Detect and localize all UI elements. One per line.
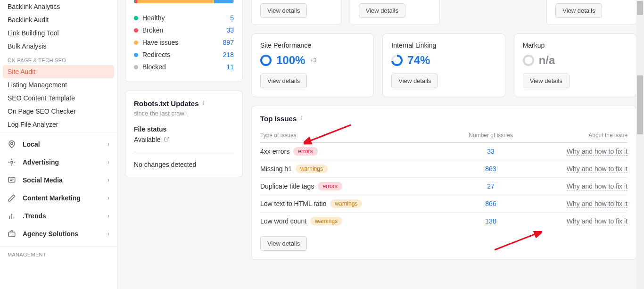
robots-title: Robots.txt Updates [134,99,199,107]
sidebar-item-on-page-seo-checker[interactable]: On Page SEO Checker [0,105,117,118]
sidebar-cat-label: Local [23,140,40,148]
sidebar: Backlink Analytics Backlink Audit Link B… [0,0,117,289]
bar-segment [137,0,214,3]
chevron-right-icon: › [108,177,109,183]
ring-icon [523,55,534,66]
briefcase-icon [8,230,16,238]
view-details-button[interactable]: View details [260,236,307,251]
metric-card-markup: Markup n/a View details [514,33,636,97]
issue-tag: warnings [330,199,362,208]
view-details-button[interactable]: View details [523,74,570,88]
issue-count[interactable]: 138 [485,217,496,225]
legend-value[interactable]: 33 [226,26,234,34]
th-num: Number of issues [448,132,533,139]
issue-count[interactable]: 33 [487,148,495,155]
issue-name: Duplicate title tags [260,182,314,190]
why-link[interactable]: Why and how to fix it [567,200,627,208]
metric-title: Internal Linking [391,41,496,49]
legend-row: Redirects218 [134,49,234,61]
legend-value[interactable]: 11 [226,63,234,71]
legend-value[interactable]: 218 [223,51,234,58]
issue-name: Missing h1 [260,165,292,173]
metric-value: 100% [276,54,305,67]
issue-count[interactable]: 27 [487,182,495,190]
sidebar-cat-agency-solutions[interactable]: Agency Solutions › [0,225,117,243]
metric-card-internal-linking: Internal Linking 74% View details [382,33,505,97]
bar-segment [233,0,234,3]
svg-rect-12 [8,232,15,237]
metric-card-site-performance: Site Performance 100% +3 View details [251,33,374,97]
sidebar-cat-social-media[interactable]: Social Media › [0,171,117,189]
why-link[interactable]: Why and how to fix it [567,182,627,190]
ring-icon [391,55,403,66]
table-row: Low word countwarnings 138 Why and how t… [260,213,627,230]
mini-card: View details [251,0,341,25]
health-bar-chart [134,0,234,3]
issue-tag: errors [293,147,317,156]
info-icon[interactable]: i [300,115,302,122]
scrollbar[interactable] [636,0,644,289]
table-row: Low text to HTML ratiowarnings 866 Why a… [260,195,627,213]
info-icon[interactable]: i [203,100,204,107]
view-details-button[interactable]: View details [391,74,438,88]
scroll-thumb[interactable] [637,1,643,15]
sidebar-item-backlink-audit[interactable]: Backlink Audit [0,13,117,26]
external-link-icon[interactable] [164,136,169,143]
sidebar-cat-local[interactable]: Local › [0,135,117,153]
issue-count[interactable]: 866 [485,200,496,207]
sidebar-item-link-building-tool[interactable]: Link Building Tool [0,26,117,40]
health-card: Healthy5Broken33Have issues897Redirects2… [125,0,243,82]
sidebar-cat-content-marketing[interactable]: Content Marketing › [0,189,117,207]
sidebar-item-seo-content-template[interactable]: SEO Content Template [0,91,117,105]
legend-row: Healthy5 [134,12,234,24]
nochanges-text: No changes detected [134,161,234,168]
table-header: Type of issues Number of issues About th… [260,126,627,143]
sidebar-item-listing-management[interactable]: Listing Management [0,78,117,91]
sidebar-cat-advertising[interactable]: Advertising › [0,153,117,171]
sidebar-item-bulk-analysis[interactable]: Bulk Analysis [0,40,117,53]
chevron-right-icon: › [108,141,109,148]
ring-icon [260,55,272,66]
scroll-thumb[interactable] [637,75,643,134]
sidebar-cat-trends[interactable]: .Trends › [0,207,117,225]
chevron-right-icon: › [108,195,109,201]
view-details-button[interactable]: View details [359,3,405,18]
sidebar-item-log-file-analyzer[interactable]: Log File Analyzer [0,118,117,131]
metric-value: n/a [539,54,555,67]
svg-line-13 [166,137,169,140]
mini-card: View details [350,0,440,25]
chat-icon [8,176,16,184]
mini-card: View details [546,0,636,25]
why-link[interactable]: Why and how to fix it [567,217,627,225]
view-details-button[interactable]: View details [555,3,602,18]
legend-label: Broken [142,26,163,34]
why-link[interactable]: Why and how to fix it [567,165,627,173]
metric-title: Site Performance [260,41,365,49]
legend-value[interactable]: 5 [230,14,234,22]
legend-dot [134,16,138,20]
legend-label: Redirects [142,51,170,58]
sidebar-item-site-audit[interactable]: Site Audit [3,65,114,78]
file-status-label: File status [134,125,234,133]
issue-tag: errors [318,182,342,190]
view-details-button[interactable]: View details [260,3,307,18]
sidebar-section-onpage: ON PAGE & TECH SEO [0,53,117,65]
sidebar-cat-label: Social Media [23,176,63,184]
sidebar-cat-label: Advertising [23,158,59,166]
pin-icon [8,140,16,149]
sidebar-item-backlink-analytics[interactable]: Backlink Analytics [0,0,117,13]
legend-dot [134,65,138,69]
issue-count[interactable]: 863 [485,165,496,173]
sidebar-cat-label: Content Marketing [23,194,81,202]
view-details-button[interactable]: View details [260,74,307,88]
legend-label: Have issues [142,39,178,46]
legend-value[interactable]: 897 [223,39,234,46]
issue-name: 4xx errors [260,148,289,155]
table-row: Missing h1warnings 863 Why and how to fi… [260,160,627,178]
why-link[interactable]: Why and how to fix it [567,148,627,156]
robots-subtitle: since the last crawl [134,110,234,117]
sidebar-section-management: MANAGEMENT [0,247,117,259]
issue-name: Low word count [260,217,306,225]
sidebar-cat-label: .Trends [23,212,46,220]
chevron-right-icon: › [108,213,109,219]
